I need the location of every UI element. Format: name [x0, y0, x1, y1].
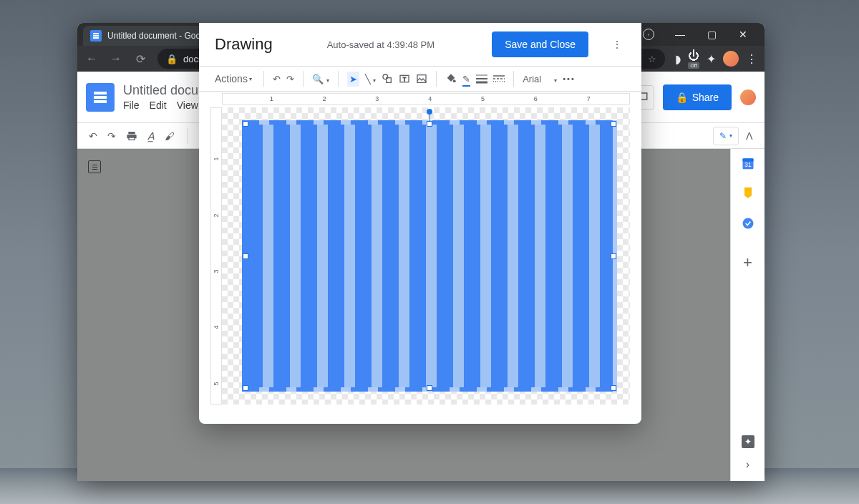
back-icon[interactable]: ← — [84, 52, 99, 65]
zoom-icon[interactable]: 🔍 ▾ — [312, 74, 329, 84]
drawing-canvas[interactable] — [222, 107, 630, 404]
print-icon[interactable] — [126, 130, 137, 142]
maximize-icon[interactable]: ▢ — [696, 23, 727, 46]
keep-icon[interactable] — [741, 186, 755, 200]
close-dialog-icon[interactable]: ⋮ — [608, 39, 626, 50]
drawing-toolbar: Actions ▾ ↶ ↷ 🔍 ▾ ➤ ╲ ▾ T ✎ Arial ▾ ••• — [199, 66, 641, 92]
menu-file[interactable]: File — [123, 100, 140, 111]
dialog-title: Drawing — [215, 35, 273, 54]
reload-icon[interactable]: ⟳ — [133, 52, 147, 66]
collapse-icon[interactable]: ᐱ — [746, 130, 753, 142]
svg-point-3 — [742, 218, 753, 229]
redo-icon[interactable]: ↷ — [107, 130, 116, 142]
autosave-status: Auto-saved at 4:39:48 PM — [327, 39, 435, 50]
undo-icon[interactable]: ↶ — [273, 74, 281, 84]
pencil-icon: ✎ — [719, 131, 727, 141]
extensions-icon[interactable]: ✦ — [707, 52, 716, 66]
side-panel: 31 + ✦ › — [730, 149, 765, 481]
close-window-icon[interactable]: ✕ — [727, 23, 759, 46]
add-addon-icon[interactable]: + — [743, 253, 752, 272]
docs-logo-icon[interactable] — [86, 83, 115, 112]
menu-edit[interactable]: Edit — [150, 100, 167, 111]
lock-icon: 🔒 — [166, 54, 178, 64]
resize-handle-br[interactable] — [611, 385, 616, 391]
shape-tool-icon[interactable] — [382, 73, 393, 84]
calendar-icon[interactable]: 31 — [741, 156, 755, 170]
expand-panel-icon[interactable]: › — [746, 458, 749, 471]
border-dash-icon[interactable] — [493, 74, 505, 83]
redo-icon[interactable]: ↷ — [286, 74, 294, 84]
svg-point-9 — [453, 79, 456, 82]
docs-favicon — [90, 30, 102, 42]
resize-handle-ml[interactable] — [243, 253, 248, 259]
resize-handle-bl[interactable] — [243, 385, 248, 391]
forward-icon[interactable]: → — [109, 52, 123, 65]
star-icon[interactable]: ☆ — [648, 54, 656, 64]
actions-menu[interactable]: Actions ▾ — [212, 72, 255, 86]
flag-icon[interactable]: ◗ — [675, 52, 681, 66]
paint-format-icon[interactable]: 🖌 — [165, 130, 175, 142]
resize-handle-tm[interactable] — [427, 121, 432, 127]
resize-handle-bm[interactable] — [427, 385, 432, 391]
svg-point-4 — [383, 74, 388, 79]
editing-mode-button[interactable]: ✎ ▾ — [713, 127, 739, 145]
textbox-tool-icon[interactable]: T — [399, 73, 410, 84]
image-tool-icon[interactable] — [416, 73, 427, 84]
explore-icon[interactable]: ✦ — [742, 435, 754, 448]
drawing-dialog: Drawing Auto-saved at 4:39:48 PM Save an… — [199, 23, 641, 424]
horizontal-ruler[interactable]: 1 2 3 4 5 6 7 — [222, 93, 630, 105]
kebab-menu-icon[interactable]: ⋮ — [746, 52, 757, 66]
share-button[interactable]: 🔒 Share — [663, 84, 732, 110]
select-tool-icon[interactable]: ➤ — [347, 72, 359, 87]
lock-icon: 🔒 — [676, 92, 688, 103]
toggle-off-icon[interactable]: ⏻Off — [688, 49, 699, 69]
border-color-icon[interactable]: ✎ — [462, 74, 470, 84]
resize-handle-mr[interactable] — [611, 253, 616, 259]
minimize-icon[interactable]: — — [664, 23, 696, 46]
resize-handle-tr[interactable] — [611, 121, 616, 127]
resize-handle-tl[interactable] — [243, 121, 248, 127]
svg-text:T: T — [403, 77, 406, 82]
border-weight-icon[interactable] — [476, 74, 487, 84]
share-label: Share — [692, 92, 719, 103]
selected-rectangle-shape[interactable] — [242, 120, 617, 392]
spellcheck-icon[interactable]: A̲ — [147, 130, 155, 142]
browser-window: Untitled document - Google Doc × + ◦ — ▢… — [77, 23, 765, 481]
menu-view[interactable]: View — [177, 100, 198, 111]
vertical-ruler[interactable]: 1 2 3 4 5 — [210, 107, 222, 404]
line-tool-icon[interactable]: ╲ ▾ — [365, 74, 377, 84]
undo-icon[interactable]: ↶ — [89, 130, 97, 142]
tasks-icon[interactable] — [741, 216, 755, 231]
fill-color-icon[interactable] — [445, 73, 457, 84]
rotate-handle[interactable] — [427, 109, 432, 115]
save-and-close-button[interactable]: Save and Close — [492, 32, 588, 57]
chevron-down-icon: ▾ — [729, 132, 732, 139]
save-label: Save and Close — [505, 39, 576, 50]
account-avatar[interactable] — [740, 89, 756, 105]
svg-text:31: 31 — [744, 161, 752, 168]
more-tools-icon[interactable]: ••• — [563, 74, 576, 83]
profile-avatar[interactable] — [723, 51, 739, 67]
font-family-select[interactable]: Arial ▾ — [523, 74, 557, 84]
